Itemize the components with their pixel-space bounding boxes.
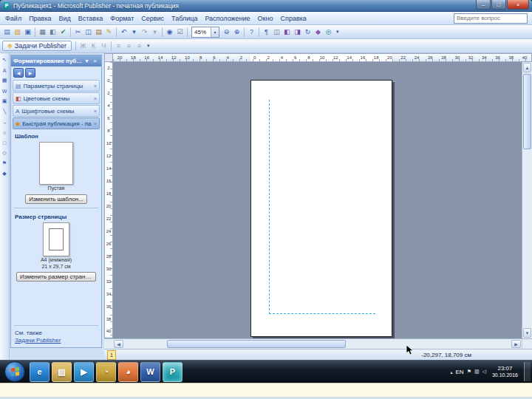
paste-icon[interactable]: ▤ — [94, 27, 103, 37]
menu-item[interactable]: Таблица — [168, 14, 201, 23]
menu-item[interactable]: Вид — [55, 14, 75, 23]
network-icon[interactable]: ▥ — [474, 369, 480, 375]
show-desktop-button[interactable] — [524, 362, 531, 381]
text-box-tool[interactable]: A — [1, 66, 8, 74]
template-thumbnail[interactable] — [39, 142, 73, 185]
taskbar-chrome[interactable]: ◔ — [96, 362, 116, 382]
hidden-icons-chevron[interactable]: ▴ — [451, 369, 453, 375]
zoom-combo[interactable]: 45% ▾ — [191, 27, 219, 38]
italic-icon[interactable]: К — [89, 41, 98, 51]
scroll-down-button[interactable]: ▼ — [523, 328, 531, 338]
oval-tool[interactable]: ○ — [1, 129, 8, 136]
redo-icon[interactable]: ↷ — [140, 27, 149, 37]
publication-canvas[interactable] — [113, 62, 522, 338]
section-font-schemes[interactable]: А Шрифтовые схемы » — [13, 105, 100, 117]
zoom-out-icon[interactable]: ⊖ — [222, 27, 231, 37]
taskpane-close-icon[interactable]: × — [91, 58, 99, 64]
change-template-button[interactable]: Изменить шаблон... — [25, 194, 87, 204]
special-characters-icon[interactable]: ¶ — [262, 27, 271, 37]
rectangle-tool[interactable]: □ — [1, 139, 8, 146]
taskpane-dropdown-icon[interactable]: ▾ — [83, 58, 91, 64]
scroll-left-button[interactable]: ◀ — [114, 340, 123, 348]
cut-icon[interactable]: ✂ — [73, 27, 83, 37]
publisher-tasks-button[interactable]: ✻ Задачи Publisher — [2, 41, 72, 51]
bring-to-front-icon[interactable]: ◧ — [282, 27, 292, 37]
taskbar-publisher[interactable]: P — [163, 362, 183, 382]
section-page-options[interactable]: ▤ Параметры страницы » — [13, 80, 100, 92]
research-icon[interactable]: ◎ — [324, 27, 333, 37]
taskbar-firefox[interactable]: ◕ — [118, 362, 138, 382]
select-tool[interactable]: ↖ — [1, 56, 8, 64]
vertical-scroll-thumb[interactable] — [523, 74, 531, 149]
vertical-scrollbar[interactable]: ▲ ▼ — [522, 62, 532, 338]
insert-table-tool[interactable]: ▦ — [1, 77, 8, 84]
undo-dropdown-icon[interactable]: ▾ — [129, 27, 139, 37]
picture-frame-tool[interactable]: ▣ — [1, 98, 8, 105]
scroll-up-button[interactable]: ▲ — [523, 63, 531, 72]
bookmark-tool[interactable]: ⚑ — [1, 160, 8, 167]
forward-button[interactable]: ▶ — [25, 68, 35, 78]
zoom-in-icon[interactable]: ⊕ — [232, 27, 242, 37]
page-indicator[interactable]: 1 — [107, 350, 116, 360]
design-gallery-icon[interactable]: ◆ — [313, 27, 323, 37]
redo-dropdown-icon[interactable]: ▾ — [150, 27, 160, 37]
help-icon[interactable]: ? — [247, 27, 256, 37]
menu-item[interactable]: Сервис — [137, 14, 168, 23]
horizontal-ruler[interactable]: 2018161412108642024681012141618202224262… — [113, 53, 532, 62]
save-icon[interactable]: ▣ — [23, 27, 33, 37]
print-preview-icon[interactable]: ◧ — [48, 27, 58, 37]
taskbar-windows-explorer[interactable]: ▨ — [52, 362, 72, 382]
page-size-thumbnail[interactable] — [43, 222, 69, 256]
publication-page[interactable] — [250, 80, 392, 337]
wordart-tool[interactable]: W — [1, 87, 8, 95]
print-icon[interactable]: ▦ — [38, 27, 47, 37]
taskbar-word[interactable]: W — [140, 362, 160, 382]
align-right-icon[interactable]: ≡ — [134, 41, 144, 51]
section-color-schemes[interactable]: ◧ Цветовые схемы » — [13, 92, 100, 104]
language-indicator[interactable]: EN — [456, 369, 464, 375]
horizontal-scrollbar[interactable]: ◀ ▶ — [104, 338, 532, 349]
section-quick-publication[interactable]: ◆ Быстрая публикация - па... » — [13, 117, 100, 129]
help-question-input[interactable] — [454, 13, 528, 24]
new-document-icon[interactable]: ▤ — [2, 27, 12, 37]
taskbar-internet-explorer[interactable]: e — [30, 362, 50, 382]
two-page-spread-icon[interactable]: ◫ — [272, 27, 282, 37]
action-center-icon[interactable]: ⚑ — [467, 369, 471, 375]
publisher-tasks-link[interactable]: Задачи Publisher — [11, 336, 101, 344]
autoshapes-tool[interactable]: ◇ — [1, 149, 8, 157]
menu-item[interactable]: Расположение — [201, 14, 253, 23]
copy-icon[interactable]: ◫ — [83, 27, 93, 37]
menu-item[interactable]: Справка — [277, 14, 310, 23]
minimize-button[interactable]: – — [476, 0, 491, 10]
align-left-icon[interactable]: ≡ — [114, 41, 123, 51]
back-button[interactable]: ◀ — [13, 68, 24, 78]
taskbar-media-player[interactable]: ▶ — [74, 362, 94, 382]
send-to-back-icon[interactable]: ◨ — [293, 27, 302, 37]
clock[interactable]: 23:07 30.10.2016 — [492, 365, 518, 379]
menu-item[interactable]: Правка — [25, 14, 55, 23]
open-icon[interactable]: ▨ — [13, 27, 22, 37]
align-center-icon[interactable]: ≡ — [124, 41, 134, 51]
menu-item[interactable]: Окно — [254, 14, 277, 23]
format-painter-icon[interactable]: ✎ — [104, 27, 114, 37]
line-tool[interactable]: ╲ — [1, 108, 8, 115]
underline-icon[interactable]: Ч — [99, 41, 109, 51]
close-button[interactable]: × — [507, 0, 529, 10]
horizontal-scroll-thumb[interactable] — [167, 340, 346, 348]
design-checker-icon[interactable]: ☑ — [175, 27, 185, 37]
bold-icon[interactable]: Ж — [78, 41, 88, 51]
menu-item[interactable]: Вставка — [75, 14, 106, 23]
scroll-right-button[interactable]: ▶ — [511, 340, 521, 348]
toolbar-options-chevron[interactable]: ▾ — [336, 29, 339, 35]
start-button[interactable] — [4, 361, 25, 382]
zoom-dropdown-icon[interactable]: ▾ — [211, 27, 219, 37]
vertical-ruler[interactable]: 20246810121416182022242628303234363840 — [104, 62, 113, 338]
arrow-tool[interactable]: → — [1, 118, 8, 126]
design-gallery-object-tool[interactable]: ◆ — [1, 170, 8, 177]
menu-item[interactable]: Файл — [1, 14, 25, 23]
free-rotate-icon[interactable]: ↻ — [303, 27, 313, 37]
insert-hyperlink-icon[interactable]: ◉ — [165, 27, 174, 37]
undo-icon[interactable]: ↶ — [119, 27, 129, 37]
toolbar2-options-chevron[interactable]: ▾ — [147, 43, 150, 49]
spelling-icon[interactable]: ✔ — [58, 27, 68, 37]
